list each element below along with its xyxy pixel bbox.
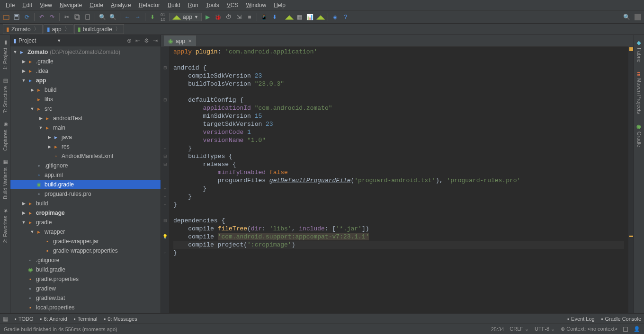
tree-twisty-icon[interactable]: ▶ xyxy=(21,211,27,215)
menu-analyze[interactable]: Analyze xyxy=(107,1,135,9)
tree-node-java[interactable]: ▶▸java xyxy=(10,132,161,142)
avd-icon[interactable]: 📱 xyxy=(260,13,268,21)
layout-icon[interactable]: ▦ xyxy=(295,13,304,21)
code-editor[interactable]: apply plugin: 'com.android.application'a… xyxy=(170,46,628,313)
android-head-icon[interactable]: ◢◣ xyxy=(316,13,325,21)
tree-node-build-gradle[interactable]: ◉build.gradle xyxy=(10,265,161,274)
tree-twisty-icon[interactable]: ▶ xyxy=(46,135,52,140)
tree-node-local-properties[interactable]: ▪local.properties xyxy=(10,303,161,312)
save-icon[interactable] xyxy=(12,13,21,21)
chevron-down-icon[interactable]: ▼ xyxy=(57,38,61,43)
bottom-tab-android[interactable]: ▪6: Android xyxy=(40,316,67,322)
tree-node-res[interactable]: ▶▸res xyxy=(10,142,161,151)
tree-node-main[interactable]: ▼▸main xyxy=(10,123,161,132)
project-tree[interactable]: ▼▸Zomato(D:\Project\Zomato\Zomato)▶▸.gra… xyxy=(10,46,161,313)
tree-node--gitignore[interactable]: ▫.gitignore xyxy=(10,255,161,265)
hector-icon[interactable]: 👤 xyxy=(634,326,640,332)
sync-icon[interactable]: ⟳ xyxy=(23,13,31,21)
menu-file[interactable]: File xyxy=(2,1,18,9)
tool-tab-structure[interactable]: 7: Structure▤ xyxy=(1,75,9,116)
stop-icon[interactable]: ■ xyxy=(245,13,254,21)
tool-tab-gradle[interactable]: ◉Gradle xyxy=(635,121,643,150)
tree-node-build[interactable]: ▶▸build xyxy=(10,199,161,208)
fold-gutter[interactable]: ⊟⊟⌐⊟⊟⌐⌐⌐⊟💡⌐ xyxy=(161,46,170,313)
tree-node-androidmanifest-xml[interactable]: ▫AndroidManifest.xml xyxy=(10,151,161,161)
tool-tab-maven[interactable]: mMaven Projects xyxy=(635,69,643,117)
menu-run[interactable]: Run xyxy=(184,1,202,9)
context-indicator[interactable]: ⊚ Context: <no context> xyxy=(561,326,617,332)
menu-vcs[interactable]: VCS xyxy=(223,1,242,9)
tree-twisty-icon[interactable]: ▼ xyxy=(38,125,44,130)
hide-icon[interactable]: ⇥ xyxy=(153,37,158,44)
lightbulb-icon[interactable]: 💡 xyxy=(162,234,168,239)
tree-node-wrapper[interactable]: ▼▸wrapper xyxy=(10,227,161,237)
lock-icon[interactable] xyxy=(623,327,628,332)
tree-node-zomato[interactable]: ▼▸Zomato(D:\Project\Zomato\Zomato) xyxy=(10,47,161,57)
bottom-tab-todo[interactable]: ▪TODO xyxy=(15,316,33,322)
device-monitor-icon[interactable]: ◢◣ xyxy=(285,13,294,21)
close-icon[interactable]: ✕ xyxy=(188,38,192,44)
encoding[interactable]: UTF-8 ⌄ xyxy=(535,326,555,332)
tree-node-androidtest[interactable]: ▶▸androidTest xyxy=(10,114,161,123)
tree-twisty-icon[interactable]: ▼ xyxy=(12,50,18,54)
attach-icon[interactable]: ⇲ xyxy=(235,13,243,21)
tool-tab-captures[interactable]: Captures◉ xyxy=(1,119,9,154)
menu-view[interactable]: View xyxy=(36,1,56,9)
sdk-icon[interactable]: ⬇ xyxy=(270,13,279,21)
breadcrumb-zomato[interactable]: ▮Zomato〉 xyxy=(3,24,43,34)
tree-node-gradlew-bat[interactable]: ▫gradlew.bat xyxy=(10,293,161,303)
tree-node-src[interactable]: ▼▸src xyxy=(10,104,161,114)
find-icon[interactable]: 🔍 xyxy=(98,13,107,21)
collapse-icon[interactable]: ⇤ xyxy=(135,37,140,44)
menu-refactor[interactable]: Refactor xyxy=(135,1,164,9)
tree-node-app[interactable]: ▼▸app xyxy=(10,76,161,85)
tree-twisty-icon[interactable]: ▶ xyxy=(21,59,27,64)
tree-twisty-icon[interactable]: ▶ xyxy=(46,144,52,149)
tree-node-gradle-wrapper-jar[interactable]: ▪gradle-wrapper.jar xyxy=(10,237,161,246)
bottom-tab-terminal[interactable]: ▪Terminal xyxy=(74,316,97,322)
menu-navigate[interactable]: Navigate xyxy=(56,1,86,9)
help-icon[interactable]: ? xyxy=(341,13,350,21)
tree-node-gradle-properties[interactable]: ▪gradle.properties xyxy=(10,274,161,284)
redo-icon[interactable]: ↷ xyxy=(48,13,56,21)
tree-twisty-icon[interactable]: ▼ xyxy=(29,229,35,234)
tool-tab-project[interactable]: 1: Project▮ xyxy=(1,37,9,72)
settings-icon[interactable]: ⚙ xyxy=(144,37,149,44)
menu-window[interactable]: Window xyxy=(242,1,270,9)
back-icon[interactable]: ← xyxy=(123,13,132,21)
tree-node-gradle-wrapper-properties[interactable]: ▪gradle-wrapper.properties xyxy=(10,246,161,255)
paste-icon[interactable] xyxy=(83,13,92,21)
struct-icon[interactable]: ◈ xyxy=(331,13,340,21)
replace-icon[interactable]: 🔍 xyxy=(108,13,117,21)
tree-twisty-icon[interactable]: ▶ xyxy=(29,88,35,92)
tree-node-gradlew[interactable]: ▫gradlew xyxy=(10,284,161,293)
tree-node-build-gradle[interactable]: ◉build.gradle xyxy=(10,180,161,189)
editor-tab-app[interactable]: ◉ app ✕ xyxy=(164,35,196,46)
tree-node--idea[interactable]: ▶▸.idea xyxy=(10,66,161,76)
breadcrumb-build.gradle[interactable]: ▮build.gradle〉 xyxy=(74,24,124,34)
tree-twisty-icon[interactable]: ▶ xyxy=(21,201,27,206)
error-stripe[interactable] xyxy=(628,46,634,313)
run-config-selector[interactable]: ◢◣ app ▼ xyxy=(169,13,202,21)
scroll-target-icon[interactable]: ⊕ xyxy=(127,37,132,44)
cut-icon[interactable]: ✂ xyxy=(63,13,71,21)
menu-help[interactable]: Help xyxy=(270,1,289,9)
search-everywhere-icon[interactable]: 🔍 xyxy=(622,13,631,21)
menu-edit[interactable]: Edit xyxy=(18,1,36,9)
tree-node-proguard-rules-pro[interactable]: ▫proguard-rules.pro xyxy=(10,189,161,199)
tree-twisty-icon[interactable]: ▶ xyxy=(21,69,27,73)
tree-twisty-icon[interactable]: ▼ xyxy=(21,78,27,83)
tree-twisty-icon[interactable]: ▼ xyxy=(29,106,35,111)
tree-node-libs[interactable]: ▸libs xyxy=(10,95,161,104)
breadcrumb-app[interactable]: ▮app〉 xyxy=(44,24,73,34)
binary-icon[interactable]: 0110 xyxy=(159,13,167,21)
profile-icon[interactable]: ⏱ xyxy=(224,13,233,21)
tool-tab-fabric[interactable]: ◆Fabric xyxy=(635,37,643,65)
menu-build[interactable]: Build xyxy=(164,1,184,9)
tree-node-cropimage[interactable]: ▶▸cropimage xyxy=(10,208,161,218)
user-icon[interactable] xyxy=(634,13,642,21)
run-icon[interactable]: ▶ xyxy=(204,13,212,21)
forward-icon[interactable]: → xyxy=(134,13,142,21)
undo-icon[interactable]: ↶ xyxy=(37,13,46,21)
make-icon[interactable]: ⬇ xyxy=(148,13,157,21)
